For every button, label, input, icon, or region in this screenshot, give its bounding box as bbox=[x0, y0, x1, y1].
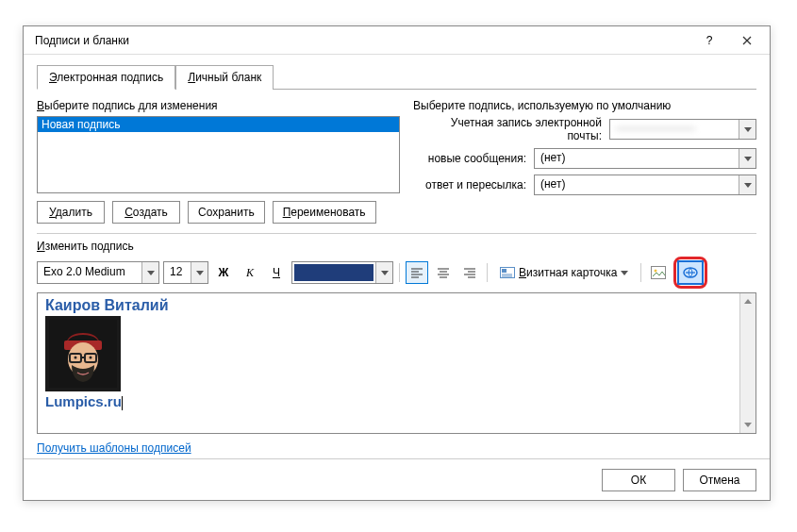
newmsg-select[interactable]: (нет) bbox=[534, 148, 756, 169]
chevron-down-icon bbox=[739, 175, 755, 194]
font-size-select[interactable]: 12 bbox=[163, 261, 208, 284]
svg-rect-21 bbox=[502, 269, 506, 273]
align-right-button[interactable] bbox=[458, 261, 481, 284]
signature-list[interactable]: Новая подпись bbox=[37, 116, 400, 193]
svg-point-36 bbox=[90, 357, 92, 359]
business-card-icon bbox=[500, 267, 515, 278]
chevron-down-icon bbox=[739, 120, 755, 139]
signature-list-item[interactable]: Новая подпись bbox=[38, 117, 399, 132]
svg-point-35 bbox=[75, 357, 77, 359]
svg-marker-2 bbox=[744, 127, 752, 132]
tab-stationery[interactable]: Личный бланк bbox=[175, 65, 274, 90]
default-signature-heading: Выберите подпись, используемую по умолча… bbox=[413, 99, 756, 112]
svg-marker-24 bbox=[621, 271, 628, 275]
color-swatch bbox=[294, 264, 374, 281]
scroll-down-arrow[interactable] bbox=[740, 417, 755, 433]
insert-hyperlink-button[interactable] bbox=[677, 260, 704, 285]
align-center-icon bbox=[437, 267, 450, 278]
hyperlink-highlight bbox=[673, 257, 707, 289]
svg-marker-7 bbox=[381, 271, 389, 275]
italic-button[interactable]: К bbox=[239, 261, 261, 284]
align-left-button[interactable] bbox=[406, 261, 428, 284]
svg-marker-6 bbox=[196, 271, 204, 275]
select-signature-label: Выберите подпись для изменения bbox=[37, 99, 400, 112]
font-color-select[interactable] bbox=[291, 261, 393, 284]
svg-marker-37 bbox=[744, 299, 752, 304]
scroll-track[interactable] bbox=[740, 309, 755, 417]
align-left-icon bbox=[410, 267, 423, 278]
cancel-button[interactable]: Отмена bbox=[683, 469, 756, 491]
svg-marker-5 bbox=[147, 271, 155, 275]
dialog-body: Выберите подпись для изменения Новая под… bbox=[24, 90, 770, 465]
text-cursor bbox=[122, 396, 123, 410]
chevron-down-icon bbox=[141, 262, 158, 283]
account-value: ——————— bbox=[610, 120, 739, 139]
signature-site-line: Lumpics.ru bbox=[45, 393, 732, 410]
ok-button[interactable]: ОК bbox=[602, 469, 675, 491]
chevron-down-icon bbox=[621, 271, 628, 275]
align-right-icon bbox=[463, 267, 476, 278]
signature-editor[interactable]: Каиров Виталий Lumpics bbox=[38, 293, 739, 433]
font-value: Exo 2.0 Medium bbox=[38, 262, 141, 283]
titlebar: Подписи и бланки ? bbox=[24, 26, 770, 55]
signature-name-text: Каиров Виталий bbox=[45, 297, 732, 314]
picture-icon bbox=[651, 266, 666, 279]
signatures-dialog: Подписи и бланки ? Электронная подпись Л… bbox=[23, 25, 771, 501]
avatar-image bbox=[45, 316, 121, 391]
account-label: Учетная запись электронной почты: bbox=[413, 116, 602, 142]
rename-button[interactable]: Переименовать bbox=[273, 201, 376, 224]
svg-point-26 bbox=[655, 270, 657, 273]
avatar-icon bbox=[49, 320, 117, 388]
svg-marker-4 bbox=[744, 183, 752, 188]
account-select[interactable]: ——————— bbox=[609, 119, 756, 140]
vertical-scrollbar[interactable] bbox=[739, 293, 755, 433]
tab-email-signature[interactable]: Электронная подпись bbox=[37, 65, 175, 90]
close-button[interactable] bbox=[728, 27, 766, 54]
reply-label: ответ и пересылка: bbox=[413, 178, 526, 191]
newmsg-label: новые сообщения: bbox=[413, 152, 526, 165]
reply-value: (нет) bbox=[535, 175, 739, 194]
scroll-up-arrow[interactable] bbox=[740, 293, 755, 309]
underline-button[interactable]: Ч bbox=[265, 261, 288, 284]
business-card-button[interactable]: Визитная карточка bbox=[493, 261, 635, 284]
editor-container: Каиров Виталий Lumpics bbox=[37, 292, 756, 434]
dialog-footer: ОК Отмена bbox=[24, 458, 770, 500]
window-title: Подписи и бланки bbox=[35, 34, 690, 47]
signature-site-text: Lumpics.ru bbox=[45, 393, 122, 409]
help-button[interactable]: ? bbox=[690, 27, 728, 54]
bizcard-label: Визитная карточка bbox=[519, 266, 617, 279]
hyperlink-icon bbox=[682, 265, 699, 280]
insert-picture-button[interactable] bbox=[647, 261, 670, 284]
tabs: Электронная подпись Личный бланк bbox=[37, 64, 756, 90]
chevron-down-icon bbox=[191, 262, 208, 283]
bold-button[interactable]: Ж bbox=[212, 261, 235, 284]
reply-select[interactable]: (нет) bbox=[534, 175, 756, 195]
edit-signature-label: Изменить подпись bbox=[37, 240, 756, 253]
align-center-button[interactable] bbox=[432, 261, 455, 284]
svg-marker-38 bbox=[744, 423, 752, 427]
chevron-down-icon bbox=[375, 262, 392, 283]
size-value: 12 bbox=[164, 262, 191, 283]
svg-marker-3 bbox=[744, 157, 752, 161]
chevron-down-icon bbox=[739, 149, 755, 168]
new-button[interactable]: Создать bbox=[112, 201, 180, 224]
save-button[interactable]: Сохранить bbox=[188, 201, 265, 224]
close-icon bbox=[742, 36, 752, 45]
editor-toolbar: Exo 2.0 Medium 12 Ж К Ч bbox=[37, 257, 756, 289]
templates-link[interactable]: Получить шаблоны подписей bbox=[37, 441, 191, 455]
delete-button[interactable]: Удалить bbox=[37, 201, 105, 224]
newmsg-value: (нет) bbox=[535, 149, 739, 168]
font-select[interactable]: Exo 2.0 Medium bbox=[37, 261, 159, 284]
